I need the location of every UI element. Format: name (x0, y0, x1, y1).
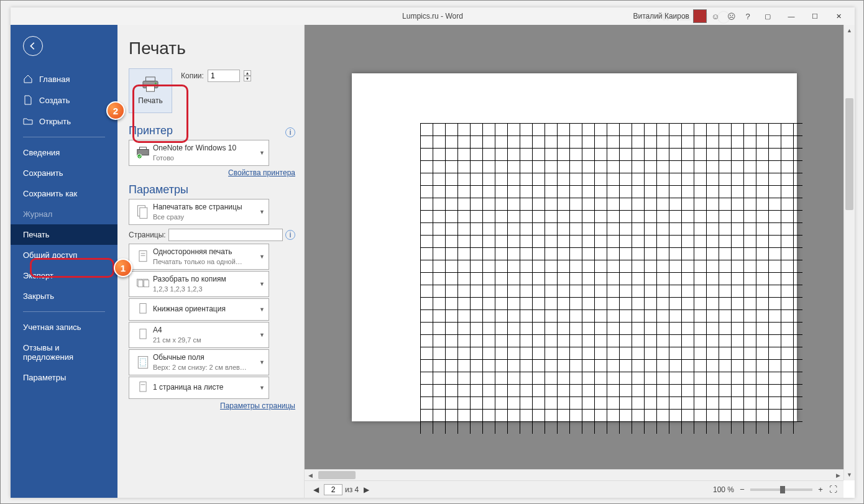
orientation-select[interactable]: Книжная ориентация ▼ (129, 298, 269, 321)
copies-down[interactable]: ▼ (244, 76, 251, 81)
chevron-down-icon: ▼ (259, 281, 265, 287)
paper-icon (133, 328, 153, 342)
minimize-button[interactable]: — (780, 9, 802, 23)
portrait-icon (133, 302, 153, 317)
printer-ready-icon (133, 145, 153, 160)
zoom-in-button[interactable]: + (816, 485, 825, 494)
prev-page-button[interactable]: ◀ (311, 485, 321, 494)
printer-properties-link[interactable]: Свойства принтера (129, 168, 295, 177)
svg-rect-0 (146, 77, 155, 81)
close-button[interactable]: ✕ (827, 9, 850, 23)
chevron-down-icon: ▼ (259, 332, 265, 338)
nav-separator (23, 137, 105, 137)
vertical-scrollbar[interactable]: ▲ ▼ (843, 25, 855, 480)
svg-rect-13 (138, 280, 143, 287)
nav-label: Закрыть (23, 291, 54, 301)
back-button[interactable] (23, 36, 43, 56)
nav-export[interactable]: Экспорт (11, 265, 117, 286)
sides-select[interactable]: Односторонняя печатьПечатать только на о… (129, 244, 269, 270)
nav-save[interactable]: Сохранить (11, 163, 117, 183)
svg-point-3 (155, 83, 157, 85)
nav-label: Параметры (23, 373, 66, 382)
print-preview: ▲ ▼ ◀ ▶ ◀ из 4 ▶ 1 (304, 25, 855, 498)
pages-input[interactable] (168, 229, 283, 241)
nav-home[interactable]: Главная (11, 68, 117, 89)
current-page-input[interactable] (324, 484, 342, 495)
nav-open[interactable]: Открыть (11, 111, 117, 132)
happy-face-icon[interactable]: ☺ (708, 9, 723, 23)
nav-separator (23, 311, 105, 312)
nav-history: Журнал (11, 204, 117, 224)
nav-print[interactable]: Печать (11, 224, 117, 245)
chevron-down-icon: ▼ (259, 385, 265, 391)
zoom-slider[interactable] (750, 488, 812, 491)
ribbon-options-icon[interactable]: ▢ (756, 9, 779, 23)
margins-icon (133, 355, 153, 370)
nav-options[interactable]: Параметры (11, 367, 117, 388)
svg-rect-9 (139, 251, 147, 262)
paper-size-select[interactable]: A421 см x 29,7 см ▼ (129, 322, 269, 348)
preview-page (352, 73, 797, 421)
nav-label: Учетная запись (23, 323, 81, 332)
badge-1: 1 (114, 259, 132, 277)
next-page-button[interactable]: ▶ (361, 485, 372, 494)
page-title: Печать (129, 39, 295, 58)
nav-label: Общий доступ (23, 250, 77, 260)
badge-2: 2 (106, 101, 125, 120)
page-setup-link[interactable]: Параметры страницы (129, 401, 295, 410)
margins-select[interactable]: Обычные поляВерх: 2 см снизу: 2 см влев…… (129, 349, 269, 375)
horizontal-scrollbar[interactable]: ◀ ▶ (305, 469, 843, 480)
chevron-down-icon: ▼ (259, 209, 265, 215)
nav-close[interactable]: Закрыть (11, 286, 117, 306)
printer-section-header: Принтер (129, 124, 173, 137)
print-settings-panel: Печать Печать Копии: (117, 25, 304, 498)
nav-label: Открыть (39, 117, 71, 126)
help-icon[interactable]: ? (740, 9, 755, 23)
scroll-left-button[interactable]: ◀ (305, 470, 316, 480)
avatar[interactable] (693, 9, 707, 23)
nav-feedback[interactable]: Отзывы и предложения (11, 337, 117, 367)
svg-rect-15 (144, 280, 149, 287)
zoom-out-button[interactable]: − (738, 485, 747, 494)
pages-info-icon[interactable]: i (285, 230, 295, 240)
user-name[interactable]: Виталий Каиров (633, 12, 689, 21)
chevron-down-icon: ▼ (259, 150, 265, 156)
scroll-thumb[interactable] (845, 98, 853, 210)
pages-icon (133, 204, 153, 219)
nav-share[interactable]: Общий доступ (11, 245, 117, 265)
print-range-select[interactable]: Напечатать все страницыВсе сразу ▼ (129, 199, 269, 225)
nav-new[interactable]: Создать (11, 89, 117, 111)
nav-label: Журнал (23, 209, 52, 219)
one-sided-icon (133, 249, 153, 264)
nav-account[interactable]: Учетная запись (11, 317, 117, 337)
print-button-label: Печать (138, 96, 162, 105)
scroll-right-button[interactable]: ▶ (832, 470, 843, 480)
nav-info[interactable]: Сведения (11, 142, 117, 163)
nav-save-as[interactable]: Сохранить как (11, 183, 117, 204)
nav-label: Создать (39, 96, 70, 105)
scroll-up-button[interactable]: ▲ (844, 25, 855, 36)
copies-input[interactable] (208, 70, 240, 82)
preview-footer: ◀ из 4 ▶ 100 % − + ⛶ (305, 480, 843, 498)
copies-up[interactable]: ▲ (244, 70, 251, 76)
print-button[interactable]: Печать (129, 68, 172, 113)
fit-to-page-button[interactable]: ⛶ (829, 485, 837, 494)
chevron-down-icon: ▼ (259, 306, 265, 313)
document-icon (23, 95, 33, 105)
chevron-down-icon: ▼ (259, 359, 265, 365)
svg-rect-16 (140, 304, 146, 313)
printer-select[interactable]: OneNote for Windows 10 Готово ▼ (129, 140, 269, 166)
nav-label: Сохранить как (23, 189, 77, 198)
printer-info-icon[interactable]: i (285, 127, 295, 137)
settings-section-header: Параметры (129, 183, 295, 196)
svg-rect-17 (140, 329, 146, 339)
nav-label: Печать (23, 230, 50, 239)
nav-label: Сведения (23, 148, 60, 157)
sad-face-icon[interactable]: ☹ (724, 9, 739, 23)
maximize-button[interactable]: ☐ (804, 9, 826, 23)
scroll-thumb[interactable] (318, 471, 356, 479)
pages-per-sheet-select[interactable]: 1 страница на листе ▼ (129, 377, 269, 399)
scroll-down-button[interactable]: ▼ (844, 469, 855, 480)
collate-select[interactable]: Разобрать по копиям1,2,3 1,2,3 1,2,3 ▼ (129, 271, 269, 297)
nav-label: Экспорт (23, 271, 53, 280)
